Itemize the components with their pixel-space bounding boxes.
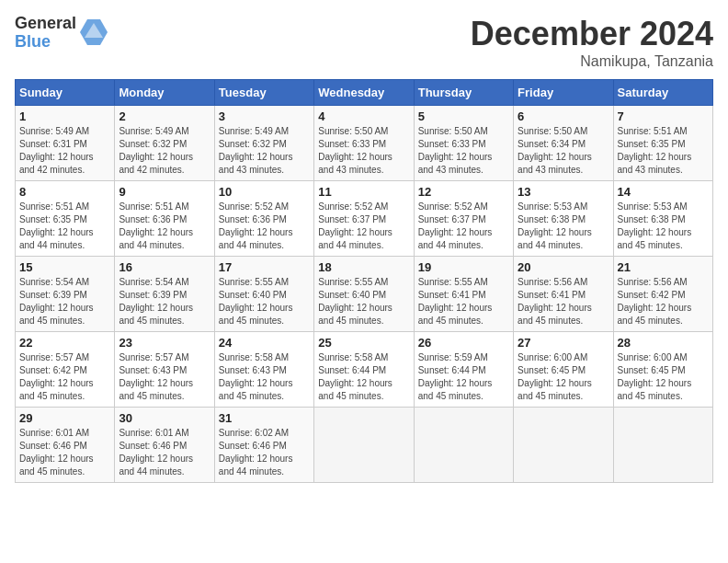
calendar-cell: 15Sunrise: 5:54 AM Sunset: 6:39 PM Dayli… [16, 257, 115, 332]
location-title: Namikupa, Tanzania [471, 53, 713, 70]
calendar-cell: 26Sunrise: 5:59 AM Sunset: 6:44 PM Dayli… [414, 332, 513, 408]
calendar-cell: 17Sunrise: 5:55 AM Sunset: 6:40 PM Dayli… [214, 257, 313, 332]
day-number: 28 [618, 336, 709, 350]
calendar-cell: 30Sunrise: 6:01 AM Sunset: 6:46 PM Dayli… [115, 408, 214, 483]
day-detail: Sunrise: 5:50 AM Sunset: 6:34 PM Dayligh… [518, 125, 609, 177]
day-detail: Sunrise: 6:00 AM Sunset: 6:45 PM Dayligh… [518, 351, 609, 403]
day-number: 26 [418, 336, 509, 350]
weekday-header-saturday: Saturday [613, 80, 712, 106]
day-detail: Sunrise: 5:54 AM Sunset: 6:39 PM Dayligh… [19, 276, 110, 327]
day-detail: Sunrise: 5:55 AM Sunset: 6:40 PM Dayligh… [318, 276, 409, 327]
day-number: 19 [418, 260, 509, 274]
day-number: 2 [119, 109, 210, 123]
day-detail: Sunrise: 5:54 AM Sunset: 6:39 PM Dayligh… [119, 276, 210, 327]
day-detail: Sunrise: 5:56 AM Sunset: 6:42 PM Dayligh… [618, 276, 709, 327]
calendar-cell: 23Sunrise: 5:57 AM Sunset: 6:43 PM Dayli… [115, 332, 214, 408]
day-number: 18 [318, 260, 409, 274]
day-detail: Sunrise: 6:01 AM Sunset: 6:46 PM Dayligh… [119, 427, 210, 478]
day-number: 15 [19, 260, 110, 274]
calendar-cell: 20Sunrise: 5:56 AM Sunset: 6:41 PM Dayli… [514, 257, 613, 332]
day-number: 20 [518, 260, 609, 274]
calendar-cell: 18Sunrise: 5:55 AM Sunset: 6:40 PM Dayli… [314, 257, 414, 332]
day-detail: Sunrise: 6:00 AM Sunset: 6:45 PM Dayligh… [618, 351, 709, 403]
day-number: 25 [318, 336, 409, 350]
day-detail: Sunrise: 5:50 AM Sunset: 6:33 PM Dayligh… [418, 125, 509, 177]
calendar-cell: 12Sunrise: 5:52 AM Sunset: 6:37 PM Dayli… [414, 181, 513, 257]
day-detail: Sunrise: 5:55 AM Sunset: 6:41 PM Dayligh… [418, 276, 509, 327]
day-number: 6 [518, 109, 609, 123]
calendar-cell: 9Sunrise: 5:51 AM Sunset: 6:36 PM Daylig… [115, 181, 214, 257]
calendar-cell: 5Sunrise: 5:50 AM Sunset: 6:33 PM Daylig… [414, 106, 513, 181]
day-number: 3 [219, 109, 310, 123]
calendar-cell [414, 408, 513, 483]
day-detail: Sunrise: 5:58 AM Sunset: 6:44 PM Dayligh… [318, 351, 409, 403]
day-number: 4 [318, 109, 409, 123]
day-number: 29 [19, 411, 110, 425]
calendar-cell: 21Sunrise: 5:56 AM Sunset: 6:42 PM Dayli… [613, 257, 712, 332]
day-number: 5 [418, 109, 509, 123]
calendar-week-row: 22Sunrise: 5:57 AM Sunset: 6:42 PM Dayli… [16, 332, 713, 408]
day-detail: Sunrise: 5:59 AM Sunset: 6:44 PM Dayligh… [418, 351, 509, 403]
logo-text: General Blue [15, 15, 76, 52]
calendar-cell: 19Sunrise: 5:55 AM Sunset: 6:41 PM Dayli… [414, 257, 513, 332]
day-number: 22 [19, 336, 110, 350]
day-number: 11 [318, 185, 409, 199]
day-number: 13 [518, 185, 609, 199]
calendar-cell: 10Sunrise: 5:52 AM Sunset: 6:36 PM Dayli… [214, 181, 313, 257]
day-detail: Sunrise: 5:51 AM Sunset: 6:36 PM Dayligh… [119, 201, 210, 252]
weekday-header-wednesday: Wednesday [314, 80, 414, 106]
day-detail: Sunrise: 5:51 AM Sunset: 6:35 PM Dayligh… [19, 201, 110, 252]
day-number: 21 [618, 260, 709, 274]
calendar-cell: 31Sunrise: 6:02 AM Sunset: 6:46 PM Dayli… [214, 408, 313, 483]
day-number: 7 [618, 109, 709, 123]
calendar-cell: 3Sunrise: 5:49 AM Sunset: 6:32 PM Daylig… [214, 106, 313, 181]
weekday-header-thursday: Thursday [414, 80, 513, 106]
day-detail: Sunrise: 5:49 AM Sunset: 6:32 PM Dayligh… [119, 125, 210, 177]
month-title: December 2024 [471, 15, 713, 53]
day-detail: Sunrise: 5:57 AM Sunset: 6:42 PM Dayligh… [19, 351, 110, 403]
day-number: 17 [219, 260, 310, 274]
calendar-cell: 8Sunrise: 5:51 AM Sunset: 6:35 PM Daylig… [16, 181, 115, 257]
day-number: 8 [19, 185, 110, 199]
calendar-cell: 13Sunrise: 5:53 AM Sunset: 6:38 PM Dayli… [514, 181, 613, 257]
day-detail: Sunrise: 5:50 AM Sunset: 6:33 PM Dayligh… [318, 125, 409, 177]
calendar-cell: 24Sunrise: 5:58 AM Sunset: 6:43 PM Dayli… [214, 332, 313, 408]
calendar-cell [613, 408, 712, 483]
calendar-cell: 28Sunrise: 6:00 AM Sunset: 6:45 PM Dayli… [613, 332, 712, 408]
calendar-week-row: 29Sunrise: 6:01 AM Sunset: 6:46 PM Dayli… [16, 408, 713, 483]
day-number: 30 [119, 411, 210, 425]
calendar-week-row: 15Sunrise: 5:54 AM Sunset: 6:39 PM Dayli… [16, 257, 713, 332]
calendar-cell: 11Sunrise: 5:52 AM Sunset: 6:37 PM Dayli… [314, 181, 414, 257]
day-number: 12 [418, 185, 509, 199]
day-number: 23 [119, 336, 210, 350]
calendar-week-row: 8Sunrise: 5:51 AM Sunset: 6:35 PM Daylig… [16, 181, 713, 257]
calendar-cell: 16Sunrise: 5:54 AM Sunset: 6:39 PM Dayli… [115, 257, 214, 332]
day-number: 24 [219, 336, 310, 350]
weekday-header-monday: Monday [115, 80, 214, 106]
logo-icon [80, 19, 108, 47]
day-number: 16 [119, 260, 210, 274]
day-detail: Sunrise: 5:52 AM Sunset: 6:36 PM Dayligh… [219, 201, 310, 252]
calendar-cell: 29Sunrise: 6:01 AM Sunset: 6:46 PM Dayli… [16, 408, 115, 483]
day-detail: Sunrise: 5:49 AM Sunset: 6:31 PM Dayligh… [19, 125, 110, 177]
calendar-cell: 2Sunrise: 5:49 AM Sunset: 6:32 PM Daylig… [115, 106, 214, 181]
day-detail: Sunrise: 5:51 AM Sunset: 6:35 PM Dayligh… [618, 125, 709, 177]
day-detail: Sunrise: 5:49 AM Sunset: 6:32 PM Dayligh… [219, 125, 310, 177]
calendar-cell: 22Sunrise: 5:57 AM Sunset: 6:42 PM Dayli… [16, 332, 115, 408]
calendar-table: SundayMondayTuesdayWednesdayThursdayFrid… [15, 79, 713, 483]
logo-general: General [15, 15, 76, 33]
calendar-cell: 25Sunrise: 5:58 AM Sunset: 6:44 PM Dayli… [314, 332, 414, 408]
day-number: 31 [219, 411, 310, 425]
page-header: General Blue December 2024 Namikupa, Tan… [15, 15, 713, 70]
logo-blue: Blue [15, 33, 76, 52]
day-number: 27 [518, 336, 609, 350]
day-number: 10 [219, 185, 310, 199]
weekday-header-friday: Friday [514, 80, 613, 106]
calendar-cell: 27Sunrise: 6:00 AM Sunset: 6:45 PM Dayli… [514, 332, 613, 408]
day-detail: Sunrise: 6:01 AM Sunset: 6:46 PM Dayligh… [19, 427, 110, 478]
day-detail: Sunrise: 5:57 AM Sunset: 6:43 PM Dayligh… [119, 351, 210, 403]
day-detail: Sunrise: 5:52 AM Sunset: 6:37 PM Dayligh… [318, 201, 409, 252]
calendar-week-row: 1Sunrise: 5:49 AM Sunset: 6:31 PM Daylig… [16, 106, 713, 181]
day-detail: Sunrise: 5:52 AM Sunset: 6:37 PM Dayligh… [418, 201, 509, 252]
weekday-header-sunday: Sunday [16, 80, 115, 106]
